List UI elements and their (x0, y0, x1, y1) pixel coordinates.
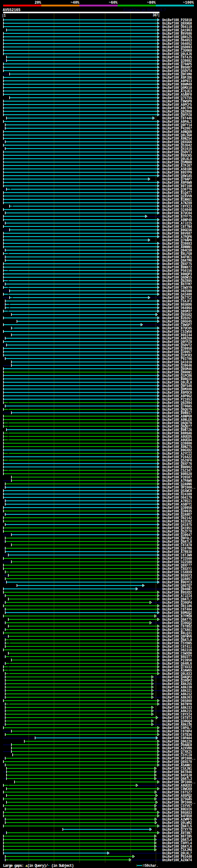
svg-text:Large gaps: ▲(in Query)/- (in: Large gaps: ▲(in Query)/- (in Subject) (3, 864, 73, 868)
svg-text:~100%: ~100% (183, 0, 194, 5)
svg-text:=50char.: =50char. (143, 864, 159, 868)
svg-text:~40%: ~40% (70, 0, 79, 5)
svg-text:|1: |1 (2, 13, 6, 18)
svg-text:~60%: ~60% (109, 0, 118, 5)
svg-text:UniRef100_A2XW74: UniRef100_A2XW74 (162, 858, 192, 863)
svg-text:~80%: ~80% (147, 0, 156, 5)
svg-text:20%: 20% (35, 0, 41, 5)
svg-text:AV552165: AV552165 (3, 8, 21, 12)
svg-text:307|: 307| (153, 13, 160, 18)
svg-text:AlignView.pm Beta rel.7: AlignView.pm Beta rel.7 (123, 8, 166, 12)
